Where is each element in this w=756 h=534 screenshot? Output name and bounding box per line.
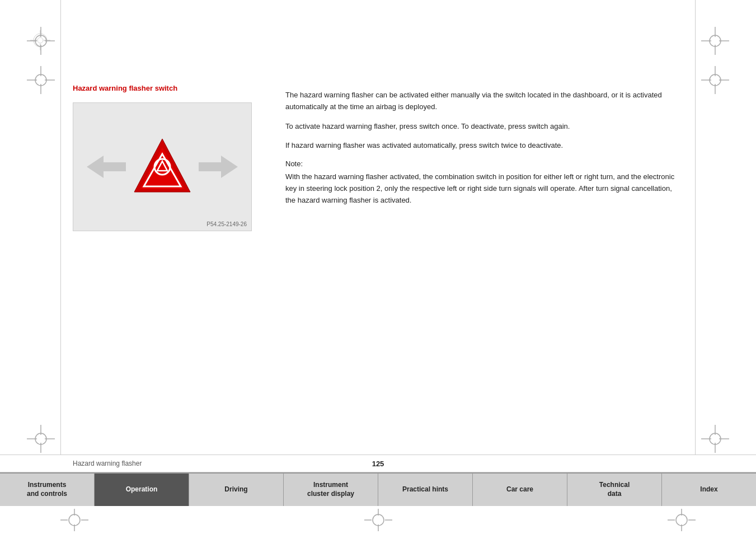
svg-point-70 — [373, 514, 384, 526]
tab-technical-data[interactable]: Technical data — [567, 474, 662, 506]
hazard-illustration — [76, 125, 249, 209]
image-caption: P54.25-2149-26 — [206, 221, 247, 227]
note-text: With the hazard warning flasher activate… — [285, 171, 683, 206]
tab-car-care[interactable]: Car care — [473, 474, 567, 506]
tab-instruments-and-controls[interactable]: Instruments and controls — [0, 474, 95, 506]
bottom-reg-row — [0, 506, 756, 534]
note-label: Note: — [285, 160, 683, 168]
svg-point-65 — [69, 514, 80, 526]
left-border — [60, 0, 61, 534]
hazard-switch-image: P54.25-2149-26 — [73, 102, 252, 231]
section-title: Hazard warning flasher switch — [73, 84, 263, 92]
svg-point-75 — [676, 514, 687, 526]
main-content: Hazard warning flasher switch — [73, 84, 683, 422]
left-column: Hazard warning flasher switch — [73, 84, 263, 422]
page-number: 125 — [372, 460, 384, 468]
bottom-reg-center — [364, 509, 392, 531]
corner-reg-tr2 — [701, 66, 729, 94]
right-arrow-icon — [199, 153, 238, 181]
page-info-bar: Hazard warning flasher 125 — [0, 455, 756, 472]
nav-tabs: Instruments and controls Operation Drivi… — [0, 472, 756, 506]
footer: Hazard warning flasher 125 Instruments a… — [0, 455, 756, 534]
corner-reg-br2 — [701, 425, 729, 453]
tab-operation[interactable]: Operation — [95, 474, 189, 506]
corner-reg-bl2 — [27, 425, 55, 453]
svg-marker-64 — [199, 156, 238, 178]
right-border — [695, 0, 696, 534]
paragraph-2: To activate hazard warning flasher, pres… — [285, 121, 683, 133]
paragraph-1: The hazard warning flasher can be activa… — [285, 90, 683, 113]
tab-index[interactable]: Index — [662, 474, 756, 506]
corner-reg-tl2 — [27, 66, 55, 94]
content-body: Hazard warning flasher switch — [73, 84, 683, 422]
left-arrow-icon — [87, 153, 126, 181]
tab-instrument-cluster-display[interactable]: Instrument cluster display — [284, 474, 378, 506]
tab-practical-hints[interactable]: Practical hints — [378, 474, 473, 506]
paragraph-3: If hazard warning flasher was activated … — [285, 140, 683, 152]
deco-rosette-tl — [29, 29, 51, 51]
svg-point-41 — [37, 38, 43, 43]
tab-driving[interactable]: Driving — [189, 474, 284, 506]
bottom-reg-right — [668, 509, 696, 531]
right-column: The hazard warning flasher can be activa… — [285, 84, 683, 422]
hazard-triangle-icon — [132, 136, 193, 198]
bottom-reg-left — [60, 509, 88, 531]
svg-marker-58 — [87, 156, 126, 178]
corner-reg-tr — [701, 27, 729, 55]
